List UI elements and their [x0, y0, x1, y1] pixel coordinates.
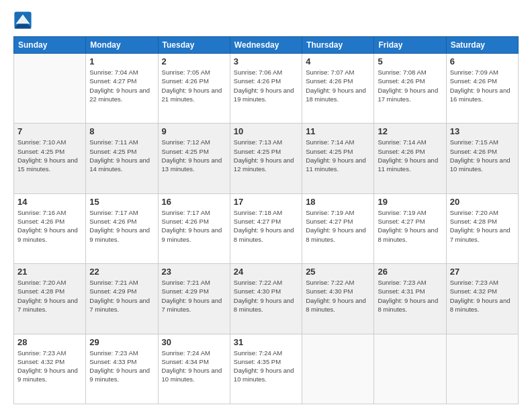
calendar-day-cell: 29Sunrise: 7:23 AMSunset: 4:33 PMDayligh…	[86, 334, 158, 404]
day-number: 9	[162, 126, 226, 136]
calendar-day-cell: 10Sunrise: 7:13 AMSunset: 4:25 PMDayligh…	[230, 124, 302, 193]
day-info: Sunrise: 7:23 AMSunset: 4:32 PMDaylight:…	[450, 278, 515, 314]
calendar-day-cell: 11Sunrise: 7:14 AMSunset: 4:25 PMDayligh…	[302, 124, 374, 193]
day-info: Sunrise: 7:18 AMSunset: 4:27 PMDaylight:…	[234, 208, 298, 244]
day-info: Sunrise: 7:07 AMSunset: 4:26 PMDaylight:…	[306, 68, 370, 103]
calendar-day-cell: 3Sunrise: 7:06 AMSunset: 4:26 PMDaylight…	[230, 54, 302, 124]
calendar-week-row: 21Sunrise: 7:20 AMSunset: 4:28 PMDayligh…	[14, 264, 519, 334]
day-number: 21	[17, 267, 82, 277]
day-number: 5	[378, 56, 442, 66]
day-number: 11	[306, 126, 370, 136]
day-info: Sunrise: 7:24 AMSunset: 4:35 PMDaylight:…	[234, 349, 298, 384]
day-info: Sunrise: 7:13 AMSunset: 4:25 PMDaylight:…	[234, 138, 298, 173]
day-info: Sunrise: 7:17 AMSunset: 4:26 PMDaylight:…	[89, 208, 154, 244]
calendar-day-cell: 23Sunrise: 7:21 AMSunset: 4:29 PMDayligh…	[158, 264, 230, 334]
calendar-week-row: 28Sunrise: 7:23 AMSunset: 4:32 PMDayligh…	[14, 334, 519, 404]
calendar-day-cell: 2Sunrise: 7:05 AMSunset: 4:26 PMDaylight…	[158, 54, 230, 124]
day-number: 22	[89, 267, 154, 277]
day-number: 28	[17, 337, 82, 347]
weekday-header: Tuesday	[158, 37, 230, 54]
day-number: 20	[450, 197, 515, 207]
day-number: 18	[306, 197, 370, 207]
calendar-day-cell: 28Sunrise: 7:23 AMSunset: 4:32 PMDayligh…	[14, 334, 86, 404]
weekday-header: Thursday	[302, 37, 374, 54]
page: SundayMondayTuesdayWednesdayThursdayFrid…	[0, 0, 532, 411]
day-info: Sunrise: 7:21 AMSunset: 4:29 PMDaylight:…	[162, 278, 226, 314]
calendar-day-cell: 19Sunrise: 7:19 AMSunset: 4:27 PMDayligh…	[374, 193, 446, 263]
day-number: 31	[234, 337, 298, 347]
calendar-day-cell: 15Sunrise: 7:17 AMSunset: 4:26 PMDayligh…	[86, 193, 158, 263]
calendar-day-cell: 13Sunrise: 7:15 AMSunset: 4:26 PMDayligh…	[446, 124, 518, 193]
day-number: 12	[378, 126, 442, 136]
day-info: Sunrise: 7:06 AMSunset: 4:26 PMDaylight:…	[234, 68, 298, 103]
day-number: 8	[89, 126, 154, 136]
calendar-day-cell: 21Sunrise: 7:20 AMSunset: 4:28 PMDayligh…	[14, 264, 86, 334]
day-number: 15	[89, 197, 154, 207]
weekday-header: Friday	[374, 37, 446, 54]
day-number: 27	[450, 267, 515, 277]
day-info: Sunrise: 7:20 AMSunset: 4:28 PMDaylight:…	[17, 278, 82, 314]
calendar-day-cell: 16Sunrise: 7:17 AMSunset: 4:26 PMDayligh…	[158, 193, 230, 263]
day-info: Sunrise: 7:08 AMSunset: 4:26 PMDaylight:…	[378, 68, 442, 103]
day-info: Sunrise: 7:04 AMSunset: 4:27 PMDaylight:…	[89, 68, 154, 103]
day-number: 1	[89, 56, 154, 66]
calendar-day-cell: 8Sunrise: 7:11 AMSunset: 4:25 PMDaylight…	[86, 124, 158, 193]
calendar-week-row: 14Sunrise: 7:16 AMSunset: 4:26 PMDayligh…	[14, 193, 519, 263]
calendar-day-cell	[374, 334, 446, 404]
weekday-header: Wednesday	[230, 37, 302, 54]
day-number: 13	[450, 126, 515, 136]
calendar-day-cell: 4Sunrise: 7:07 AMSunset: 4:26 PMDaylight…	[302, 54, 374, 124]
day-info: Sunrise: 7:14 AMSunset: 4:25 PMDaylight:…	[306, 138, 370, 173]
day-number: 19	[378, 197, 442, 207]
day-info: Sunrise: 7:12 AMSunset: 4:25 PMDaylight:…	[162, 138, 226, 173]
calendar-day-cell: 5Sunrise: 7:08 AMSunset: 4:26 PMDaylight…	[374, 54, 446, 124]
weekday-row: SundayMondayTuesdayWednesdayThursdayFrid…	[14, 37, 519, 54]
header	[13, 11, 519, 30]
calendar-week-row: 1Sunrise: 7:04 AMSunset: 4:27 PMDaylight…	[14, 54, 519, 124]
day-info: Sunrise: 7:23 AMSunset: 4:32 PMDaylight:…	[17, 349, 82, 384]
day-info: Sunrise: 7:19 AMSunset: 4:27 PMDaylight:…	[306, 208, 370, 244]
day-info: Sunrise: 7:14 AMSunset: 4:26 PMDaylight:…	[378, 138, 442, 173]
calendar-day-cell: 18Sunrise: 7:19 AMSunset: 4:27 PMDayligh…	[302, 193, 374, 263]
logo-icon	[13, 11, 32, 30]
day-number: 2	[162, 56, 226, 66]
day-info: Sunrise: 7:21 AMSunset: 4:29 PMDaylight:…	[89, 278, 154, 314]
day-info: Sunrise: 7:16 AMSunset: 4:26 PMDaylight:…	[17, 208, 82, 244]
calendar-body: 1Sunrise: 7:04 AMSunset: 4:27 PMDaylight…	[14, 54, 519, 404]
day-info: Sunrise: 7:24 AMSunset: 4:34 PMDaylight:…	[162, 349, 226, 384]
day-number: 16	[162, 197, 226, 207]
calendar-day-cell: 22Sunrise: 7:21 AMSunset: 4:29 PMDayligh…	[86, 264, 158, 334]
calendar-week-row: 7Sunrise: 7:10 AMSunset: 4:25 PMDaylight…	[14, 124, 519, 193]
day-info: Sunrise: 7:23 AMSunset: 4:33 PMDaylight:…	[89, 349, 154, 384]
calendar-day-cell: 20Sunrise: 7:20 AMSunset: 4:28 PMDayligh…	[446, 193, 518, 263]
day-info: Sunrise: 7:19 AMSunset: 4:27 PMDaylight:…	[378, 208, 442, 244]
day-info: Sunrise: 7:22 AMSunset: 4:30 PMDaylight:…	[234, 278, 298, 314]
day-number: 10	[234, 126, 298, 136]
day-number: 17	[234, 197, 298, 207]
calendar-table: SundayMondayTuesdayWednesdayThursdayFrid…	[13, 36, 519, 404]
day-info: Sunrise: 7:20 AMSunset: 4:28 PMDaylight:…	[450, 208, 515, 244]
day-info: Sunrise: 7:17 AMSunset: 4:26 PMDaylight:…	[162, 208, 226, 244]
weekday-header: Monday	[86, 37, 158, 54]
calendar-day-cell: 6Sunrise: 7:09 AMSunset: 4:26 PMDaylight…	[446, 54, 518, 124]
day-number: 26	[378, 267, 442, 277]
calendar-day-cell: 14Sunrise: 7:16 AMSunset: 4:26 PMDayligh…	[14, 193, 86, 263]
day-number: 3	[234, 56, 298, 66]
day-number: 4	[306, 56, 370, 66]
weekday-header: Sunday	[14, 37, 86, 54]
weekday-header: Saturday	[446, 37, 518, 54]
day-number: 14	[17, 197, 82, 207]
calendar-day-cell: 12Sunrise: 7:14 AMSunset: 4:26 PMDayligh…	[374, 124, 446, 193]
day-number: 24	[234, 267, 298, 277]
day-number: 30	[162, 337, 226, 347]
day-info: Sunrise: 7:10 AMSunset: 4:25 PMDaylight:…	[17, 138, 82, 173]
calendar-day-cell: 31Sunrise: 7:24 AMSunset: 4:35 PMDayligh…	[230, 334, 302, 404]
calendar-day-cell: 9Sunrise: 7:12 AMSunset: 4:25 PMDaylight…	[158, 124, 230, 193]
day-info: Sunrise: 7:09 AMSunset: 4:26 PMDaylight:…	[450, 68, 515, 103]
day-number: 7	[17, 126, 82, 136]
day-info: Sunrise: 7:22 AMSunset: 4:30 PMDaylight:…	[306, 278, 370, 314]
day-info: Sunrise: 7:15 AMSunset: 4:26 PMDaylight:…	[450, 138, 515, 173]
day-info: Sunrise: 7:23 AMSunset: 4:31 PMDaylight:…	[378, 278, 442, 314]
calendar-day-cell	[302, 334, 374, 404]
logo	[13, 11, 35, 30]
